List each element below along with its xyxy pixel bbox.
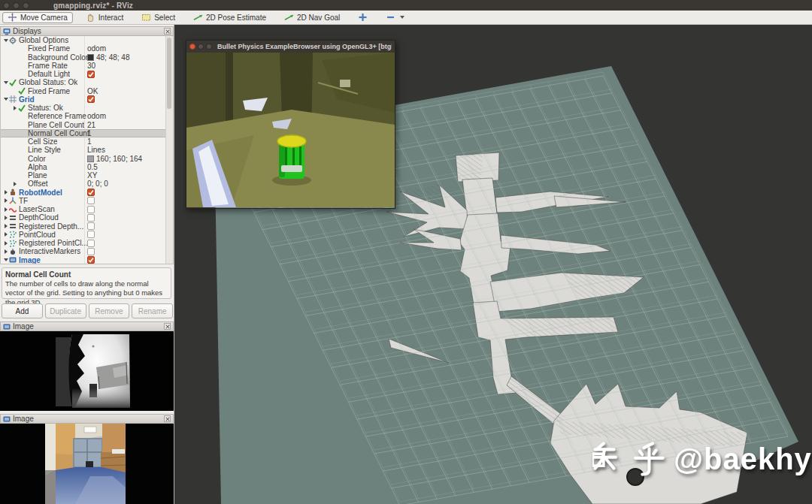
expander-icon[interactable] <box>3 249 9 255</box>
enabled-checkbox[interactable] <box>87 240 95 247</box>
property-value[interactable] <box>87 71 95 78</box>
bullet-window-titlebar[interactable]: Bullet Physics ExampleBrowser using Open… <box>186 41 395 53</box>
window-minimize-icon[interactable] <box>13 2 20 9</box>
tree-row-global-options[interactable]: Global Options <box>1 36 173 44</box>
tree-row-interactivemarkers[interactable]: InteractiveMarkers <box>1 247 173 255</box>
3d-viewport[interactable]: Bullet Physics ExampleBrowser using Open… <box>174 25 812 504</box>
image-panel-close-icon[interactable] <box>164 415 171 422</box>
dropdown-caret-icon[interactable] <box>400 16 404 19</box>
tree-row-plane[interactable]: PlaneXY <box>1 171 173 180</box>
property-value[interactable]: Lines <box>87 146 105 154</box>
tree-row-background-color[interactable]: Background Color48; 48; 48 <box>1 53 173 62</box>
enabled-checkbox[interactable] <box>87 214 95 222</box>
enabled-checkbox[interactable] <box>87 256 95 264</box>
tree-row-registered-pointcl[interactable]: Registered PointCl... <box>1 239 173 247</box>
tool-plus-icon[interactable] <box>353 12 373 23</box>
displays-panel-header[interactable]: Displays <box>0 26 174 36</box>
property-value[interactable] <box>87 248 95 255</box>
bullet-minimize-icon[interactable] <box>198 44 204 50</box>
displays-scrollbar[interactable] <box>165 36 173 264</box>
tree-row-offset[interactable]: Offset0; 0; 0 <box>1 180 173 188</box>
bullet-close-icon[interactable] <box>189 44 195 50</box>
enabled-checkbox[interactable] <box>87 189 95 196</box>
rename-button[interactable]: Rename <box>132 303 173 318</box>
expander-icon[interactable] <box>3 223 9 229</box>
bullet-simulation-view[interactable] <box>186 53 395 207</box>
bullet-maximize-icon[interactable] <box>206 44 212 50</box>
property-value[interactable]: 48; 48; 48 <box>87 53 129 62</box>
property-value[interactable]: odom <box>87 112 106 120</box>
property-value[interactable] <box>87 206 95 213</box>
property-value[interactable] <box>87 231 95 238</box>
tool-move-camera[interactable]: Move Camera <box>2 12 73 23</box>
tree-row-registered-depth[interactable]: Registered Depth... <box>1 222 173 231</box>
tree-row-cell-size[interactable]: Cell Size1 <box>1 137 173 146</box>
displays-close-icon[interactable] <box>164 28 171 35</box>
tree-row-plane-cell-count[interactable]: Plane Cell Count21 <box>1 121 173 129</box>
expander-icon[interactable] <box>3 189 9 195</box>
tree-row-robotmodel[interactable]: RobotModel <box>1 189 173 197</box>
image-panel-close-icon[interactable] <box>164 323 171 330</box>
property-value[interactable]: XY <box>87 171 97 180</box>
property-value[interactable]: 0.5 <box>87 163 98 171</box>
tree-row-default-light[interactable]: Default Light <box>1 70 173 78</box>
enabled-checkbox[interactable] <box>87 248 95 255</box>
property-value[interactable] <box>87 189 95 196</box>
property-value[interactable]: 1 <box>87 129 92 137</box>
tree-row-normal-cell-count[interactable]: Normal Cell Count1 <box>1 129 173 137</box>
property-value[interactable] <box>87 222 95 230</box>
bullet-physics-window[interactable]: Bullet Physics ExampleBrowser using Open… <box>186 40 395 209</box>
tree-row-pointcloud[interactable]: PointCloud <box>1 231 173 239</box>
tool-select[interactable]: Select <box>136 12 180 23</box>
property-value[interactable]: 30 <box>87 62 95 70</box>
expander-icon[interactable] <box>3 207 9 213</box>
tree-row-tf[interactable]: TF <box>1 197 173 205</box>
tree-row-grid[interactable]: Grid <box>1 95 173 104</box>
enabled-checkbox[interactable] <box>87 222 95 230</box>
tree-row-reference-frame[interactable]: Reference Frameodom <box>1 112 173 120</box>
image-panel-header[interactable]: Image <box>0 321 174 331</box>
expander-icon[interactable] <box>3 215 9 221</box>
tree-row-line-style[interactable]: Line StyleLines <box>1 146 173 154</box>
add-button[interactable]: Add <box>2 303 43 318</box>
property-value[interactable] <box>87 95 95 103</box>
image-panel-header[interactable]: Image <box>0 414 174 424</box>
tree-row-laserscan[interactable]: LaserScan <box>1 205 173 213</box>
enabled-checkbox[interactable] <box>87 206 95 213</box>
property-value[interactable] <box>87 256 95 264</box>
property-value[interactable] <box>87 197 95 204</box>
tree-row-alpha[interactable]: Alpha0.5 <box>1 163 173 171</box>
property-value[interactable]: OK <box>87 87 98 95</box>
property-value[interactable]: 160; 160; 164 <box>87 155 142 163</box>
expander-icon[interactable] <box>3 80 9 86</box>
enabled-checkbox[interactable] <box>87 231 95 238</box>
scrollbar-thumb[interactable] <box>167 38 171 109</box>
expander-icon[interactable] <box>3 240 9 246</box>
window-maximize-icon[interactable] <box>23 2 29 9</box>
property-value[interactable]: odom <box>87 44 106 53</box>
tree-row-color[interactable]: Color160; 160; 164 <box>1 155 173 163</box>
expander-icon[interactable] <box>12 181 18 187</box>
duplicate-button[interactable]: Duplicate <box>45 303 86 318</box>
tree-row-status-ok[interactable]: Status: Ok <box>1 104 173 112</box>
property-value[interactable] <box>87 240 95 247</box>
window-close-icon[interactable] <box>3 2 10 9</box>
tree-row-depthcloud[interactable]: DepthCloud <box>1 213 173 222</box>
tool-minus-icon[interactable] <box>380 12 410 23</box>
expander-icon[interactable] <box>3 231 9 237</box>
tree-row-fixed-frame[interactable]: Fixed FrameOK <box>1 87 173 95</box>
expander-icon[interactable] <box>3 198 9 204</box>
property-value[interactable]: 1 <box>87 137 92 146</box>
property-value[interactable] <box>87 214 95 222</box>
enabled-checkbox[interactable] <box>87 95 95 103</box>
tree-row-image[interactable]: Image <box>1 256 173 264</box>
tool-2d-pose-estimate[interactable]: 2D Pose Estimate <box>188 12 271 23</box>
enabled-checkbox[interactable] <box>87 71 95 78</box>
property-value[interactable]: 21 <box>87 121 95 129</box>
tree-row-global-status-ok[interactable]: Global Status: Ok <box>1 78 173 86</box>
expander-icon[interactable] <box>12 105 18 111</box>
enabled-checkbox[interactable] <box>87 197 95 204</box>
remove-button[interactable]: Remove <box>89 303 130 318</box>
tree-row-frame-rate[interactable]: Frame Rate30 <box>1 62 173 70</box>
tool-2d-nav-goal[interactable]: 2D Nav Goal <box>279 12 345 23</box>
